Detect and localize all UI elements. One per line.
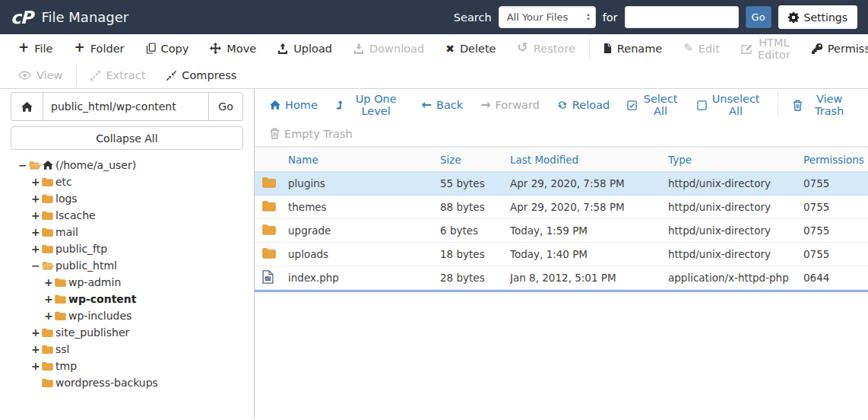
- nav-up-label: Up One Level: [348, 93, 404, 117]
- file-size-cell: 18 bytes: [440, 243, 510, 266]
- size-column-header[interactable]: Size: [440, 148, 510, 172]
- tree-item[interactable]: mail: [11, 224, 243, 240]
- checked-checkbox-icon: [627, 100, 637, 110]
- nav-back-button[interactable]: ← Back: [422, 99, 464, 111]
- x-icon: ✖: [445, 43, 455, 54]
- home-icon: [43, 161, 55, 170]
- eye-icon: [18, 71, 31, 80]
- settings-button[interactable]: Settings: [778, 5, 857, 29]
- file-button-label: File: [34, 43, 52, 55]
- table-row[interactable]: <?> plugins 55 bytes Apr 29, 2020, 7:58 …: [255, 172, 868, 196]
- table-row[interactable]: <?> upgrade 6 bytes Today, 1:59 PM httpd…: [255, 219, 868, 243]
- permissions-button[interactable]: Permissions: [801, 34, 868, 62]
- nav-reload-label: Reload: [572, 99, 610, 111]
- file-modified-cell: Jan 8, 2012, 5:01 PM: [510, 266, 668, 290]
- tree-expander-icon[interactable]: [31, 192, 42, 205]
- tree-item-label: wp-includes: [68, 310, 131, 322]
- tree-item[interactable]: wp-includes: [11, 307, 243, 324]
- tree-expander-icon[interactable]: [31, 343, 42, 355]
- upload-button[interactable]: Upload: [267, 34, 343, 62]
- search-go-button[interactable]: Go: [746, 6, 771, 28]
- tree-item[interactable]: lscache: [11, 207, 243, 224]
- folder-icon: [262, 177, 276, 188]
- html-editor-button: HTML Editor: [730, 34, 801, 62]
- copy-button[interactable]: Copy: [135, 34, 200, 62]
- tree-expander-icon[interactable]: [31, 226, 42, 238]
- tree-item[interactable]: wp-admin: [11, 274, 243, 291]
- path-input[interactable]: [43, 92, 209, 121]
- home-icon: [270, 100, 280, 110]
- tree-expander-icon[interactable]: [31, 209, 42, 221]
- permissions-column-header[interactable]: Permissions: [803, 148, 868, 172]
- move-button[interactable]: Move: [199, 34, 267, 62]
- content: Go Collapse All: [0, 89, 868, 419]
- table-row[interactable]: <?> index.php 28 bytes Jan 8, 2012, 5:01…: [255, 266, 868, 290]
- tree-item-label: mail: [55, 226, 78, 238]
- tree-expander-icon[interactable]: [18, 159, 29, 171]
- nav-up-one-level-button[interactable]: Up One Level: [335, 93, 404, 117]
- nav-reload-button[interactable]: Reload: [557, 99, 610, 111]
- tree-item-label: tmp: [55, 360, 77, 372]
- tree-item[interactable]: logs: [11, 190, 243, 207]
- compress-button-label: Compress: [182, 69, 236, 81]
- search-input[interactable]: [625, 6, 739, 28]
- tree-item[interactable]: ssl: [11, 341, 243, 358]
- tree-expander-icon[interactable]: [31, 176, 42, 188]
- path-go-button[interactable]: Go: [209, 92, 243, 121]
- home-path-button[interactable]: [11, 92, 43, 121]
- arrow-left-icon: ←: [422, 99, 432, 111]
- tree-expander-icon[interactable]: [31, 360, 42, 372]
- tree-expander-icon[interactable]: [31, 243, 42, 255]
- file-size-cell: 88 bytes: [440, 196, 510, 219]
- unselect-all-button[interactable]: Unselect All: [697, 93, 760, 117]
- file-type-cell: httpd/unix-directory: [668, 172, 803, 196]
- unselect-all-label: Unselect All: [711, 93, 760, 117]
- file-nav-row-2: Empty Trash: [255, 121, 868, 147]
- plus-icon: +: [74, 41, 85, 54]
- tree-item[interactable]: (/home/a_user): [11, 157, 243, 173]
- tree-item[interactable]: public_html: [11, 257, 243, 274]
- compress-button[interactable]: Compress: [156, 62, 247, 88]
- name-column-header[interactable]: Name: [288, 148, 440, 172]
- tree-item[interactable]: public_ftp: [11, 240, 243, 257]
- file-size-cell: 55 bytes: [440, 172, 510, 196]
- last-modified-column-header[interactable]: Last Modified: [510, 148, 668, 172]
- type-column-header[interactable]: Type: [668, 148, 803, 172]
- tree-expander-icon[interactable]: [44, 276, 55, 288]
- tree-item[interactable]: wp-content: [11, 291, 243, 307]
- file-button[interactable]: + File: [8, 34, 64, 62]
- tree-item[interactable]: site_publisher: [11, 324, 243, 341]
- file-table: Name Size Last Modified Type Permissions: [255, 147, 868, 290]
- table-row[interactable]: <?> uploads 18 bytes Today, 1:40 PM http…: [255, 243, 868, 266]
- tree-expander-icon[interactable]: [31, 259, 42, 272]
- tree-expander-icon[interactable]: [44, 310, 55, 322]
- file-size-cell: 6 bytes: [440, 219, 510, 243]
- tree-expander-icon[interactable]: [31, 326, 42, 339]
- cpanel-logo-icon: cP: [11, 8, 33, 27]
- tree-item[interactable]: tmp: [11, 358, 243, 374]
- tree-item-label: wp-admin: [68, 276, 121, 288]
- tree-expander-icon[interactable]: [44, 293, 55, 305]
- search-scope-select[interactable]: All Your Files ▴▾: [499, 6, 596, 28]
- nav-forward-button: → Forward: [480, 99, 540, 111]
- toolbar-separator: [589, 39, 590, 59]
- tree-item[interactable]: wordpress-backups: [11, 374, 243, 391]
- delete-button[interactable]: ✖ Delete: [435, 34, 506, 62]
- delete-button-label: Delete: [460, 43, 496, 55]
- nav-home-button[interactable]: Home: [270, 99, 318, 111]
- folder-icon: [262, 224, 276, 235]
- refresh-icon: [557, 100, 568, 110]
- table-row[interactable]: <?> themes 88 bytes Apr 29, 2020, 7:58 P…: [255, 196, 868, 219]
- arrows-out-icon: [90, 71, 100, 81]
- folder-icon: [262, 200, 276, 212]
- view-button: View: [8, 62, 73, 88]
- tree-item[interactable]: etc: [11, 173, 243, 190]
- collapse-all-button[interactable]: Collapse All: [11, 126, 243, 150]
- view-trash-button[interactable]: View Trash: [793, 93, 851, 117]
- key-icon: [812, 43, 822, 54]
- file-nav: Home Up One Level ← Back → Forward: [255, 89, 868, 121]
- move-icon: [210, 43, 221, 54]
- select-all-button[interactable]: Select All: [627, 93, 680, 117]
- rename-button[interactable]: Rename: [593, 34, 673, 62]
- folder-button[interactable]: + Folder: [64, 34, 135, 62]
